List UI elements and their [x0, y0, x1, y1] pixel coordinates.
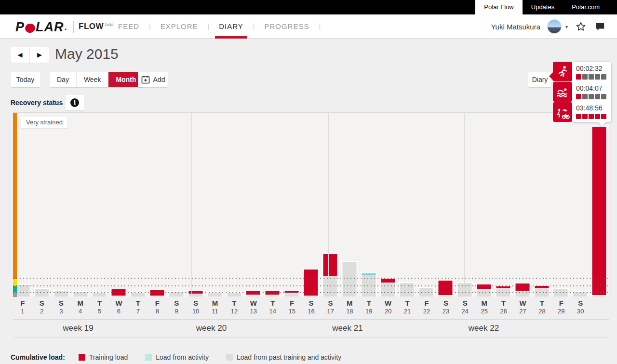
- day-bar-13[interactable]: [245, 290, 261, 297]
- day-letter: S: [167, 299, 186, 308]
- day-letter: T: [225, 299, 244, 308]
- chevron-down-icon[interactable]: ▾: [565, 24, 568, 29]
- day-bar-3[interactable]: [53, 290, 69, 297]
- prev-month-button[interactable]: ◀: [11, 47, 30, 63]
- avatar[interactable]: [547, 19, 562, 34]
- info-button[interactable]: i: [66, 95, 84, 110]
- legend-item-load-from-past-training-and-activity: Load from past training and activity: [226, 353, 341, 361]
- user-name[interactable]: Yuki Matsukura: [491, 23, 540, 31]
- load-square-empty: [595, 74, 600, 80]
- swimming-icon[interactable]: [553, 82, 572, 102]
- load-square-empty: [601, 94, 606, 99]
- day-letter: S: [32, 299, 52, 308]
- topbar-tab-polar-flow[interactable]: Polar Flow: [475, 0, 522, 14]
- day-bar-15[interactable]: [284, 290, 300, 297]
- add-button[interactable]: Add: [138, 72, 168, 87]
- day-bar-30[interactable]: [572, 291, 588, 297]
- day-number: 10: [186, 308, 205, 315]
- day-bar-17[interactable]: [322, 253, 338, 297]
- day-bar-31[interactable]: [591, 126, 607, 297]
- day-bar-20[interactable]: [380, 278, 396, 297]
- day-bar-23[interactable]: [438, 280, 454, 297]
- day-label-20: W20: [378, 299, 398, 315]
- past-load-segment: [592, 295, 606, 297]
- day-column-13: [244, 113, 263, 297]
- day-letter: M: [71, 299, 90, 308]
- day-letter: F: [551, 299, 571, 308]
- day-letter: S: [302, 299, 321, 308]
- day-letter: F: [13, 299, 32, 308]
- week-label-4: week 22: [416, 320, 552, 337]
- day-number: 5: [90, 308, 109, 315]
- nav-item-progress[interactable]: PROGRESS: [255, 14, 319, 39]
- nav-item-diary[interactable]: DIARY: [209, 14, 253, 39]
- week-gridline: [464, 113, 465, 297]
- day-letter: T: [398, 299, 417, 308]
- day-label-4: M4: [71, 299, 90, 315]
- load-square-empty: [595, 94, 600, 99]
- day-bar-27[interactable]: [514, 283, 530, 297]
- day-label-24: S24: [456, 299, 475, 315]
- logo-text: P: [15, 20, 25, 35]
- day-bar-24[interactable]: [457, 282, 473, 297]
- today-button[interactable]: Today: [11, 72, 40, 87]
- past-load-segment: [15, 285, 29, 297]
- next-month-button[interactable]: ▶: [30, 47, 49, 63]
- day-label-13: W13: [244, 299, 263, 315]
- day-letter: S: [456, 299, 475, 308]
- legend-swatch: [145, 354, 152, 361]
- popup-row-swimming: 00:04:07: [576, 84, 607, 103]
- day-column-31: [590, 113, 609, 297]
- day-label-25: M25: [475, 299, 494, 315]
- week-axis: week 19week 20week 21week 22: [13, 319, 609, 337]
- day-label-1: F1: [13, 299, 32, 315]
- view-option-week[interactable]: Week: [77, 72, 109, 87]
- day-column-29: [551, 113, 571, 297]
- day-letter: S: [436, 299, 456, 308]
- day-letter: S: [321, 299, 340, 308]
- day-label-8: F8: [148, 299, 167, 315]
- day-number: 11: [205, 308, 225, 315]
- day-bar-10[interactable]: [188, 290, 203, 297]
- sport-duration: 00:04:07: [576, 84, 607, 93]
- day-label-15: F15: [282, 299, 302, 315]
- triathlon-icon[interactable]: [553, 102, 572, 122]
- feedback-chat-icon[interactable]: [594, 20, 606, 33]
- day-letter: M: [205, 299, 225, 308]
- day-bar-26[interactable]: [495, 285, 511, 297]
- favorites-star-icon[interactable]: [575, 20, 587, 33]
- day-column-10: [186, 113, 205, 297]
- day-number: 23: [436, 308, 456, 315]
- day-number: 25: [475, 308, 494, 315]
- day-label-29: F29: [551, 299, 571, 315]
- day-letter: M: [340, 299, 359, 308]
- cumulative-load-legend: Cumulative load: Training loadLoad from …: [11, 353, 359, 361]
- week-label-empty: [552, 320, 609, 337]
- day-letter: T: [128, 299, 148, 308]
- day-bar-14[interactable]: [265, 290, 281, 297]
- load-square-filled: [576, 114, 581, 119]
- load-square-filled: [589, 114, 594, 119]
- topbar-tab-updates[interactable]: Updates: [523, 0, 563, 14]
- day-bar-18[interactable]: [341, 261, 357, 297]
- topbar-tab-polar-com[interactable]: Polar.com: [563, 0, 608, 14]
- polar-logo[interactable]: PLAR.: [15, 20, 67, 35]
- nav-item-explore[interactable]: EXPLORE: [151, 14, 208, 39]
- view-option-day[interactable]: Day: [50, 72, 77, 87]
- scale-very-strained: [13, 113, 17, 279]
- info-icon: i: [70, 98, 79, 107]
- diary-button[interactable]: Diary: [528, 72, 551, 87]
- day-letter: F: [148, 299, 167, 308]
- day-column-22: [416, 113, 436, 297]
- day-column-9: [167, 113, 186, 297]
- nav-right: Yuki Matsukura ▾: [491, 14, 606, 39]
- past-load-segment: [266, 295, 280, 297]
- threshold-dotted-line: [13, 292, 609, 293]
- day-bar-28[interactable]: [534, 285, 550, 297]
- day-letter: M: [475, 299, 494, 308]
- running-icon[interactable]: [553, 62, 572, 81]
- day-number: 13: [244, 308, 263, 315]
- training-load-segment: [515, 283, 529, 291]
- nav-item-feed[interactable]: FEED: [108, 14, 149, 39]
- day-bar-21[interactable]: [399, 282, 415, 297]
